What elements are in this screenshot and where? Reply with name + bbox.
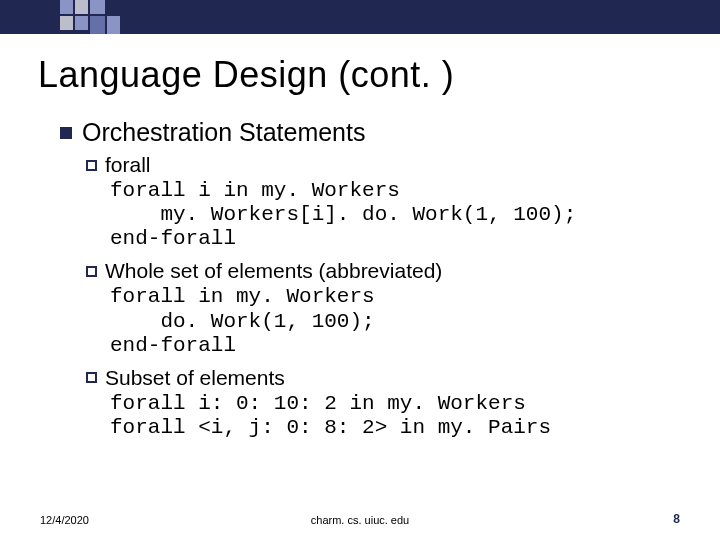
- code-block-3: forall i: 0: 10: 2 in my. Workers forall…: [110, 392, 660, 440]
- bullet1-label: Orchestration Statements: [82, 118, 365, 147]
- hollow-square-bullet-icon: [86, 160, 97, 171]
- content-body: Orchestration Statements forall forall i…: [60, 118, 660, 448]
- bullet-level2-subset: Subset of elements: [86, 366, 660, 390]
- bullet-level1: Orchestration Statements: [60, 118, 660, 147]
- footer-page-number: 8: [673, 512, 680, 526]
- square-bullet-icon: [60, 127, 72, 139]
- hollow-square-bullet-icon: [86, 372, 97, 383]
- sub1-label: forall: [105, 153, 151, 177]
- page-title: Language Design (cont. ): [38, 54, 454, 96]
- sub2-label: Whole set of elements (abbreviated): [105, 259, 442, 283]
- header-grid-icon: [60, 0, 130, 34]
- slide: Language Design (cont. ) Orchestration S…: [0, 0, 720, 540]
- code-block-2: forall in my. Workers do. Work(1, 100); …: [110, 285, 660, 357]
- footer-center: charm. cs. uiuc. edu: [0, 514, 720, 526]
- sub3-label: Subset of elements: [105, 366, 285, 390]
- code-block-1: forall i in my. Workers my. Workers[i]. …: [110, 179, 660, 251]
- bullet-level2-whole: Whole set of elements (abbreviated): [86, 259, 660, 283]
- bullet-level2-forall: forall: [86, 153, 660, 177]
- hollow-square-bullet-icon: [86, 266, 97, 277]
